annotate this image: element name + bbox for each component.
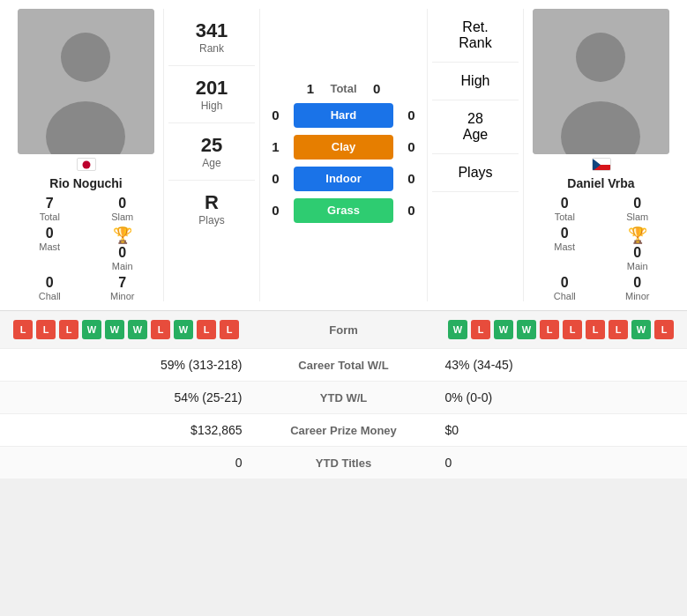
- form-badge: W: [448, 320, 467, 339]
- form-badge: L: [654, 320, 674, 339]
- p2-age-label: Age: [432, 127, 519, 143]
- rank-block: 341 Rank: [168, 9, 255, 66]
- hard-p2-score: 0: [400, 108, 422, 122]
- career-total-label: Career Total W/L: [256, 359, 432, 372]
- hard-p1-score: 0: [265, 108, 287, 122]
- form-badge: W: [631, 320, 651, 339]
- player1-total-label: Total: [18, 212, 82, 222]
- player1-flag-row: [77, 158, 96, 171]
- player1-mast-cell: 0 Mast: [18, 226, 82, 271]
- player2-main-value: 0: [633, 245, 641, 261]
- high-value: 201: [168, 77, 255, 100]
- form-badge: W: [82, 320, 101, 339]
- ret-label: Rank: [432, 35, 519, 51]
- player1-chall-value: 0: [18, 275, 82, 291]
- form-badge: W: [105, 320, 124, 339]
- ytd-titles-p1: 0: [18, 456, 256, 470]
- player1-total-value: 7: [18, 196, 82, 212]
- career-total-p2: 43% (34-45): [432, 358, 670, 372]
- form-badge: W: [494, 320, 513, 339]
- player1-slam-label: Slam: [91, 212, 155, 222]
- player2-slam-label: Slam: [606, 212, 670, 222]
- form-badge: L: [197, 320, 216, 339]
- player2-mast-label: Mast: [533, 241, 597, 252]
- high-label: High: [168, 100, 255, 112]
- total-label: Total: [330, 82, 356, 95]
- player2-minor-cell: 0 Minor: [606, 275, 670, 301]
- ytd-titles-row: 0 YTD Titles 0: [0, 446, 687, 479]
- grass-row: 0 Grass 0: [265, 198, 422, 223]
- ytd-wl-p2: 0% (0-0): [432, 390, 670, 404]
- player1-flag: [77, 158, 96, 171]
- form-badge: L: [59, 320, 78, 339]
- player1-name: Rio Noguchi: [49, 176, 122, 190]
- player2-minor-value: 0: [606, 275, 670, 291]
- player1-avatar: [18, 9, 154, 154]
- player1-chall-label: Chall: [18, 291, 82, 301]
- player2-chall-cell: 0 Chall: [533, 275, 597, 301]
- form-badge: L: [609, 320, 628, 339]
- rank-label: Rank: [168, 42, 255, 55]
- player2-total-cell: 0 Total: [533, 196, 597, 222]
- prize-money-label: Career Prize Money: [256, 424, 432, 437]
- clay-button[interactable]: Clay: [294, 135, 393, 160]
- player2-trophy-icon: 🏆: [628, 226, 647, 245]
- p2-plays-block: Plays: [432, 154, 519, 192]
- career-total-row: 59% (313-218) Career Total W/L 43% (34-4…: [0, 348, 687, 381]
- player2-card: Daniel Vrba 0 Total 0 Slam 0 Mast 🏆 0 M: [524, 9, 678, 301]
- plays-label: Plays: [168, 214, 255, 226]
- form-badge: L: [13, 320, 33, 339]
- player2-form-badges: WLWWLLLLWL: [448, 320, 674, 339]
- main-container: Rio Noguchi 7 Total 0 Slam 0 Mast 🏆 0 M: [0, 0, 687, 479]
- plays-value: R: [168, 191, 255, 214]
- plays-block: R Plays: [168, 181, 255, 237]
- age-value: 25: [168, 134, 255, 157]
- career-total-p1: 59% (313-218): [18, 358, 256, 372]
- indoor-row: 0 Indoor 0: [265, 167, 422, 191]
- clay-p2-score: 0: [400, 139, 422, 154]
- grass-button[interactable]: Grass: [294, 198, 393, 223]
- total-p2-score: 0: [366, 81, 388, 96]
- middle-stats: 341 Rank 201 High 25 Age R Plays: [163, 9, 260, 301]
- player1-minor-label: Minor: [91, 291, 155, 301]
- ret-value: Ret.: [432, 19, 519, 35]
- hard-button[interactable]: Hard: [294, 103, 393, 128]
- high-block: 201 High: [168, 66, 255, 123]
- player2-chall-label: Chall: [533, 291, 597, 301]
- indoor-button[interactable]: Indoor: [294, 167, 393, 191]
- player2-minor-label: Minor: [606, 291, 670, 301]
- total-row: 1 Total 0: [265, 81, 422, 96]
- form-badge: L: [36, 320, 56, 339]
- player1-card: Rio Noguchi 7 Total 0 Slam 0 Mast 🏆 0 M: [9, 9, 163, 301]
- p2-age-block: 28 Age: [432, 100, 519, 154]
- player2-flag: [592, 158, 611, 171]
- right-stats: Ret. Rank High 28 Age Plays: [427, 9, 524, 301]
- ytd-titles-p2: 0: [432, 456, 670, 470]
- svg-point-4: [576, 33, 625, 82]
- center-content: 1 Total 0 0 Hard 0 1 Clay 0 0 Indoor 0 0: [260, 9, 427, 301]
- age-label: Age: [168, 157, 255, 169]
- indoor-p2-score: 0: [400, 171, 422, 186]
- form-badge: L: [151, 320, 170, 339]
- player2-mast-value: 0: [533, 226, 597, 241]
- grass-p1-score: 0: [265, 203, 287, 218]
- total-p1-score: 1: [299, 81, 321, 96]
- ytd-wl-row: 54% (25-21) YTD W/L 0% (0-0): [0, 381, 687, 413]
- clay-p1-score: 1: [265, 139, 287, 154]
- form-section: LLLWWWLWLL Form WLWWLLLLWL: [0, 310, 687, 348]
- form-label: Form: [317, 323, 370, 337]
- players-section: Rio Noguchi 7 Total 0 Slam 0 Mast 🏆 0 M: [0, 0, 687, 310]
- player1-mast-value: 0: [18, 226, 82, 241]
- stats-table: 59% (313-218) Career Total W/L 43% (34-4…: [0, 348, 687, 479]
- player2-total-label: Total: [533, 212, 597, 222]
- player1-trophy-cell: 🏆 0 Main: [91, 226, 155, 271]
- form-badge: W: [174, 320, 193, 339]
- p2-plays-value: Plays: [432, 165, 519, 181]
- prize-money-p1: $132,865: [18, 423, 256, 437]
- prize-money-row: $132,865 Career Prize Money $0: [0, 413, 687, 446]
- player2-name: Daniel Vrba: [567, 176, 634, 190]
- clay-row: 1 Clay 0: [265, 135, 422, 160]
- player1-slam-value: 0: [91, 196, 155, 212]
- form-badge: L: [563, 320, 582, 339]
- player2-slam-cell: 0 Slam: [606, 196, 670, 222]
